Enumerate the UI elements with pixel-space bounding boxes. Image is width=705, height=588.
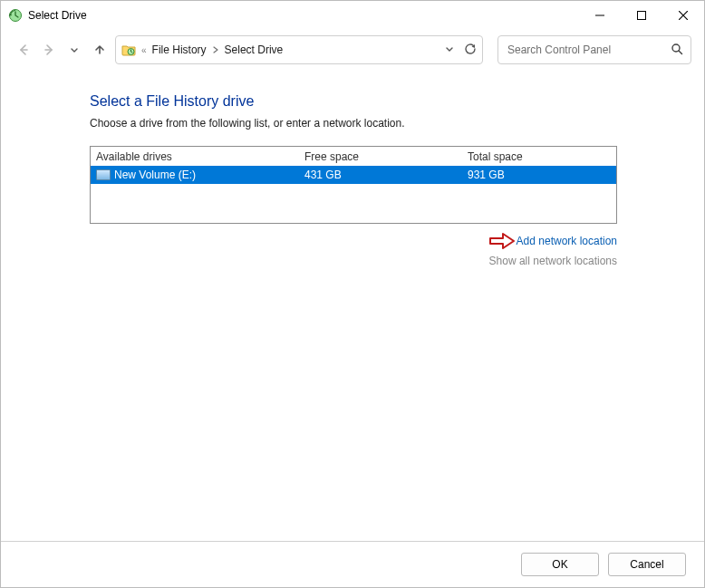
breadcrumb-file-history[interactable]: File History: [152, 43, 207, 56]
nav-recent-dropdown[interactable]: [64, 37, 84, 63]
drive-total-space: 931 GB: [468, 169, 616, 181]
address-dropdown-button[interactable]: [444, 43, 455, 57]
show-all-network-locations-link[interactable]: Show all network locations: [489, 255, 617, 267]
col-header-name[interactable]: Available drives: [96, 150, 304, 163]
nav-forward-button[interactable]: [39, 37, 59, 63]
search-input[interactable]: [506, 43, 671, 57]
navigation-row: « File History Select Drive: [1, 30, 704, 70]
nav-back-button[interactable]: [14, 37, 34, 63]
refresh-button[interactable]: [464, 43, 477, 58]
address-bar[interactable]: « File History Select Drive: [115, 35, 483, 64]
content-area: Select a File History drive Choose a dri…: [1, 70, 704, 541]
drive-name: New Volume (E:): [114, 169, 196, 181]
drive-list-row[interactable]: New Volume (E:) 431 GB 931 GB: [91, 166, 616, 184]
links-column: Add network location Show all network lo…: [90, 233, 617, 267]
search-box[interactable]: [497, 35, 691, 64]
col-header-free[interactable]: Free space: [304, 150, 468, 163]
window-maximize-button[interactable]: [621, 1, 662, 30]
drive-list-header: Available drives Free space Total space: [91, 147, 616, 166]
nav-up-button[interactable]: [90, 37, 110, 63]
page-heading: Select a File History drive: [90, 93, 691, 110]
annotation-arrow-icon: [489, 233, 515, 249]
col-header-total[interactable]: Total space: [468, 150, 616, 163]
drive-list[interactable]: Available drives Free space Total space …: [90, 146, 617, 224]
dialog-footer: OK Cancel: [1, 541, 704, 587]
file-history-path-icon: [121, 43, 136, 57]
window-title: Select Drive: [28, 9, 87, 22]
add-network-location-link[interactable]: Add network location: [517, 235, 617, 247]
window-minimize-button[interactable]: [579, 1, 621, 30]
file-history-app-icon: [8, 8, 23, 23]
ok-button[interactable]: OK: [521, 553, 599, 576]
chevron-right-icon: [210, 45, 221, 55]
search-icon[interactable]: [671, 43, 683, 58]
cancel-button[interactable]: Cancel: [608, 553, 686, 576]
drive-free-space: 431 GB: [304, 169, 468, 181]
title-bar: Select Drive: [1, 1, 704, 30]
svg-rect-2: [638, 12, 646, 20]
window-close-button[interactable]: [662, 1, 704, 30]
drive-icon: [96, 169, 111, 180]
breadcrumb-select-drive[interactable]: Select Drive: [225, 43, 284, 56]
breadcrumb-overflow[interactable]: «: [140, 45, 149, 55]
page-instruction: Choose a drive from the following list, …: [90, 117, 691, 130]
